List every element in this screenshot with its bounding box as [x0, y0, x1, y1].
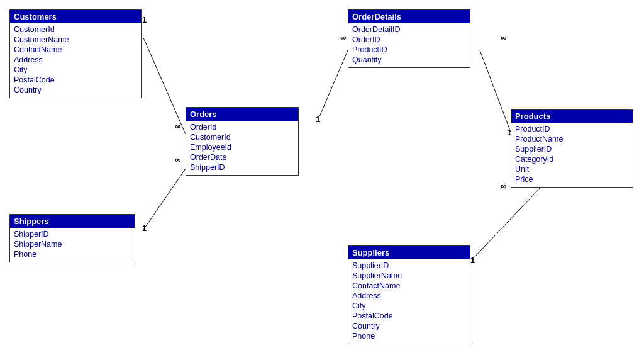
field: ProductID — [352, 45, 466, 55]
field: Unit — [515, 164, 629, 174]
orders-fields: OrderId CustomerId EmployeeId OrderDate … — [186, 121, 298, 175]
customers-fields: CustomerId CustomerName ContactName Addr… — [10, 23, 141, 98]
customers-header: Customers — [10, 10, 141, 23]
field: Address — [14, 55, 137, 65]
field: OrderDate — [190, 152, 294, 162]
cardinality-suppliers-1: 1 — [470, 256, 475, 265]
shippers-fields: ShipperID ShipperName Phone — [10, 228, 135, 262]
products-header: Products — [511, 110, 633, 123]
cardinality-products-inf-sup: ∞ — [501, 181, 506, 191]
orderdetails-header: OrderDetails — [348, 10, 470, 23]
cardinality-products-1-od: 1 — [507, 128, 511, 137]
cardinality-od-inf-prod: ∞ — [501, 33, 506, 42]
cardinality-orders-inf-ship: ∞ — [175, 155, 180, 164]
cardinality-orders-inf-cust: ∞ — [175, 121, 180, 131]
er-diagram: Customers CustomerId CustomerName Contac… — [0, 0, 644, 355]
svg-line-0 — [143, 38, 186, 134]
cardinality-orderdetails-inf: ∞ — [340, 33, 346, 42]
field: City — [14, 65, 137, 75]
shippers-table: Shippers ShipperID ShipperName Phone — [9, 214, 135, 262]
customers-table: Customers CustomerId CustomerName Contac… — [9, 9, 142, 98]
field: ShipperID — [190, 162, 294, 172]
suppliers-table: Suppliers SupplierID SupplierName Contac… — [348, 245, 470, 344]
field: ProductName — [515, 134, 629, 144]
orders-table: Orders OrderId CustomerId EmployeeId Ord… — [186, 107, 299, 176]
field: PostalCode — [352, 311, 466, 321]
suppliers-header: Suppliers — [348, 246, 470, 259]
field: SupplierID — [515, 144, 629, 154]
field: OrderId — [190, 122, 294, 132]
products-fields: ProductID ProductName SupplierID Categor… — [511, 123, 633, 187]
field: Country — [352, 321, 466, 331]
field: Quantity — [352, 55, 466, 65]
field: ProductID — [515, 124, 629, 134]
field: Phone — [352, 331, 466, 341]
orderdetails-table: OrderDetails OrderDetailID OrderID Produ… — [348, 9, 470, 68]
field: ShipperID — [14, 229, 131, 239]
field: EmployeeId — [190, 142, 294, 152]
field: CustomerName — [14, 35, 137, 45]
shippers-header: Shippers — [10, 215, 135, 228]
cardinality-orders-1-od: 1 — [316, 115, 320, 124]
field: OrderID — [352, 35, 466, 45]
field: City — [352, 301, 466, 311]
field: OrderDetailID — [352, 25, 466, 35]
svg-line-1 — [319, 50, 348, 116]
orderdetails-fields: OrderDetailID OrderID ProductID Quantity — [348, 23, 470, 67]
field: Country — [14, 85, 137, 95]
field: Price — [515, 174, 629, 184]
field: ContactName — [14, 45, 137, 55]
field: ContactName — [352, 281, 466, 291]
svg-line-4 — [143, 169, 186, 230]
field: Phone — [14, 249, 131, 259]
suppliers-fields: SupplierID SupplierName ContactName Addr… — [348, 259, 470, 344]
cardinality-shippers-1: 1 — [142, 223, 147, 233]
cardinality-customers-1: 1 — [142, 15, 147, 25]
svg-line-3 — [474, 186, 542, 258]
field: CategoryId — [515, 154, 629, 164]
field: SupplierName — [352, 271, 466, 281]
field: CustomerId — [190, 132, 294, 142]
orders-header: Orders — [186, 108, 298, 121]
field: CustomerId — [14, 25, 137, 35]
field: SupplierID — [352, 261, 466, 271]
field: PostalCode — [14, 75, 137, 85]
field: ShipperName — [14, 239, 131, 249]
svg-line-2 — [480, 50, 511, 132]
field: Address — [352, 291, 466, 301]
products-table: Products ProductID ProductName SupplierI… — [511, 109, 633, 188]
